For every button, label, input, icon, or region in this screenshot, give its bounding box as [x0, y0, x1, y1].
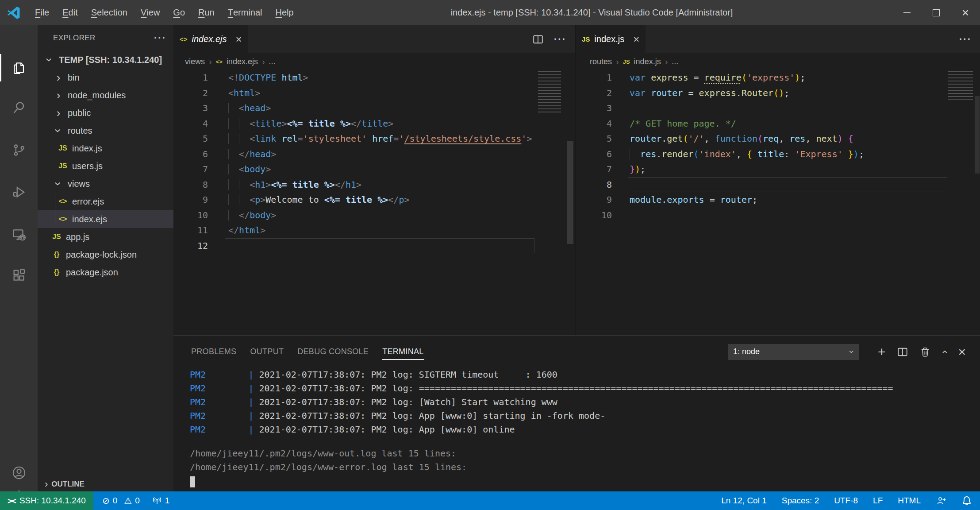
explorer-more-actions-icon[interactable]: ··· — [154, 32, 166, 44]
more-actions-icon[interactable]: ··· — [554, 34, 566, 45]
more-actions-icon[interactable]: ··· — [959, 34, 972, 45]
code-line-4[interactable]: 4/* GET home page. */ — [576, 116, 980, 131]
code-line-5[interactable]: 5 <link rel='stylesheet' href='/styleshe… — [173, 131, 575, 147]
explorer-item-views[interactable]: ›views — [38, 175, 173, 193]
explorer-item-index.js[interactable]: JSindex.js — [38, 139, 173, 157]
explorer-activity-button[interactable] — [0, 51, 38, 84]
code-line-11[interactable]: 11</html> — [173, 223, 575, 238]
remote-indicator[interactable]: >< SSH: 10.34.1.240 — [0, 491, 93, 510]
indentation[interactable]: Spaces: 2 — [782, 496, 819, 506]
notifications-bell-icon[interactable] — [961, 495, 972, 506]
explorer-item-node_modules[interactable]: ›node_modules — [38, 86, 173, 104]
minimap[interactable] — [948, 71, 973, 100]
title-bar: FileEditSelectionViewGoRunTerminalHelp i… — [0, 0, 980, 25]
terminal-output[interactable]: PM2 | 2021-02-07T17:38:07: PM2 log: SIGT… — [190, 368, 980, 491]
code-editor-index-js[interactable]: 1var express = require('express');2var r… — [576, 70, 980, 335]
menu-terminal[interactable]: Terminal — [221, 0, 269, 25]
terminal-picker[interactable]: 1: node › — [728, 344, 859, 360]
code-line-1[interactable]: 1<!DOCTYPE html> — [173, 70, 575, 85]
explorer-item-public[interactable]: ›public — [38, 104, 173, 122]
code-line-12[interactable]: 12 — [173, 238, 575, 254]
explorer-item-users.js[interactable]: JSusers.js — [38, 157, 173, 175]
explorer-item-package.json[interactable]: {}package.json — [38, 263, 173, 281]
panel-tab-terminal[interactable]: TERMINAL — [382, 344, 424, 360]
explorer-item-app.js[interactable]: JSapp.js — [38, 228, 173, 246]
panel-tab-debug-console[interactable]: DEBUG CONSOLE — [297, 344, 369, 360]
code-line-9[interactable]: 9 <p>Welcome to <%= title %></p> — [173, 192, 575, 208]
language-mode[interactable]: HTML — [898, 496, 921, 506]
menu-file[interactable]: File — [28, 0, 56, 25]
ports-count: 1 — [165, 496, 170, 506]
encoding[interactable]: UTF-8 — [834, 496, 858, 506]
breadcrumb-file[interactable]: index.ejs — [227, 57, 258, 66]
menu-view[interactable]: View — [134, 0, 166, 25]
code-line-2[interactable]: 2<html> — [173, 85, 575, 101]
tab-index-ejs[interactable]: <> index.ejs × — [173, 25, 248, 53]
panel-tab-problems[interactable]: PROBLEMS — [191, 344, 237, 360]
code-line-5[interactable]: 5router.get('/', function(req, res, next… — [576, 131, 980, 147]
maximize-button[interactable] — [922, 0, 951, 25]
explorer-root-folder[interactable]: › TEMP [SSH: 10.34.1.240] — [38, 51, 173, 69]
maximize-panel-icon[interactable]: › — [938, 350, 950, 354]
ports-status[interactable]: 1 — [152, 496, 170, 506]
code-line-3[interactable]: 3 <head> — [173, 100, 575, 116]
explorer-item-routes[interactable]: ›routes — [38, 122, 173, 139]
code-line-2[interactable]: 2var router = express.Router(); — [576, 85, 980, 101]
code-line-6[interactable]: 6 res.render('index', { title: 'Express'… — [576, 147, 980, 162]
breadcrumb-folder[interactable]: routes — [590, 57, 612, 66]
extensions-activity-button[interactable] — [0, 259, 38, 292]
problems-status[interactable]: ⊘ 0 ⚠ 0 — [102, 496, 140, 506]
menu-selection[interactable]: Selection — [85, 0, 134, 25]
close-tab-icon[interactable]: × — [235, 34, 242, 45]
scrollbar[interactable] — [567, 141, 573, 244]
code-line-1[interactable]: 1var express = require('express'); — [576, 70, 980, 85]
breadcrumb-symbol[interactable]: ... — [672, 57, 678, 66]
close-button[interactable]: × — [951, 0, 980, 25]
source-control-activity-button[interactable] — [0, 134, 38, 166]
split-editor-icon[interactable] — [533, 34, 543, 45]
explorer-item-index.ejs[interactable]: <>index.ejs — [38, 210, 173, 228]
code-line-8[interactable]: 8 — [576, 177, 980, 193]
code-line-8[interactable]: 8 <h1><%= title %></h1> — [173, 177, 575, 193]
menu-go[interactable]: Go — [166, 0, 192, 25]
search-activity-button[interactable] — [0, 91, 38, 124]
kill-terminal-icon[interactable] — [920, 347, 930, 357]
close-tab-icon[interactable]: × — [633, 34, 639, 45]
close-panel-icon[interactable]: × — [958, 345, 966, 359]
code-line-7[interactable]: 7}); — [576, 162, 980, 177]
new-terminal-icon[interactable]: + — [878, 345, 886, 359]
outline-section[interactable]: › OUTLINE — [38, 477, 173, 491]
remote-explorer-activity-button[interactable] — [0, 218, 38, 251]
terminal-line: PM2 | 2021-02-07T17:38:07: PM2 log: [Wat… — [190, 395, 980, 409]
explorer-item-bin[interactable]: ›bin — [38, 69, 173, 86]
minimap[interactable] — [538, 71, 561, 112]
scrollbar[interactable] — [975, 96, 980, 174]
code-line-6[interactable]: 6 </head> — [173, 147, 575, 162]
code-line-10[interactable]: 10 — [576, 208, 980, 223]
code-line-9[interactable]: 9module.exports = router; — [576, 192, 980, 208]
line-number: 6 — [173, 147, 208, 162]
breadcrumb-folder[interactable]: views — [185, 57, 205, 66]
root-folder-label: TEMP [SSH: 10.34.1.240] — [59, 55, 162, 65]
cursor-position[interactable]: Ln 12, Col 1 — [721, 496, 766, 506]
code-line-3[interactable]: 3 — [576, 100, 980, 116]
code-line-10[interactable]: 10 </body> — [173, 208, 575, 223]
breadcrumb-file[interactable]: index.js — [634, 57, 661, 66]
code-line-7[interactable]: 7 <body> — [173, 162, 575, 177]
run-debug-activity-button[interactable] — [0, 176, 38, 209]
minimize-button[interactable] — [892, 0, 922, 25]
explorer-item-error.ejs[interactable]: <>error.ejs — [38, 193, 173, 210]
menu-edit[interactable]: Edit — [56, 0, 84, 25]
code-line-4[interactable]: 4 <title><%= title %></title> — [173, 116, 575, 131]
split-terminal-icon[interactable] — [897, 347, 908, 357]
explorer-item-package-lock.json[interactable]: {}package-lock.json — [38, 246, 173, 263]
code-editor-index-ejs[interactable]: 1<!DOCTYPE html>2<html>3 <head>4 <title>… — [173, 70, 575, 335]
menu-run[interactable]: Run — [192, 0, 221, 25]
eol-sequence[interactable]: LF — [873, 496, 883, 506]
breadcrumb-symbol[interactable]: ... — [269, 57, 276, 66]
code-line-content: <html> — [208, 85, 534, 101]
panel-tab-output[interactable]: OUTPUT — [250, 344, 284, 360]
feedback-icon[interactable] — [936, 495, 946, 506]
menu-help[interactable]: Help — [269, 0, 300, 25]
tab-index-js[interactable]: JS index.js × — [576, 25, 646, 53]
